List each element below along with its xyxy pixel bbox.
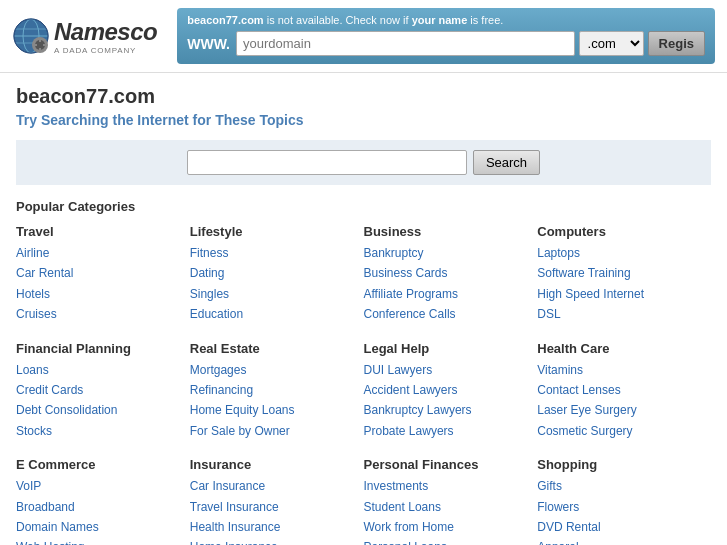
svg-rect-11: [43, 44, 47, 46]
category-link[interactable]: Airline: [16, 243, 182, 263]
category-title-e-commerce[interactable]: E Commerce: [16, 457, 182, 472]
search-strip: Search: [16, 140, 711, 185]
category-link[interactable]: Probate Lawyers: [364, 421, 530, 441]
domain-search-row: WWW. .com .net .org .co.uk Regis: [187, 31, 705, 56]
domain-search-wrapper: beacon77.com is not available. Check now…: [177, 8, 715, 64]
categories-grid: TravelAirlineCar RentalHotelsCruisesFina…: [16, 224, 711, 545]
page-subtitle: Try Searching the Internet for These Top…: [16, 112, 711, 128]
category-link[interactable]: Mortgages: [190, 360, 356, 380]
category-link[interactable]: Dating: [190, 263, 356, 283]
www-label: WWW.: [187, 36, 230, 52]
category-section: TravelAirlineCar RentalHotelsCruises: [16, 224, 182, 325]
availability-message: beacon77.com is not available. Check now…: [187, 14, 705, 26]
category-column-0: TravelAirlineCar RentalHotelsCruisesFina…: [16, 224, 190, 545]
category-link[interactable]: Education: [190, 304, 356, 324]
category-section: LifestyleFitnessDatingSinglesEducation: [190, 224, 356, 325]
category-link[interactable]: Student Loans: [364, 497, 530, 517]
category-link[interactable]: Cruises: [16, 304, 182, 324]
category-link[interactable]: Laser Eye Surgery: [537, 400, 703, 420]
category-link[interactable]: Travel Insurance: [190, 497, 356, 517]
category-link[interactable]: Work from Home: [364, 517, 530, 537]
category-title-travel[interactable]: Travel: [16, 224, 182, 239]
category-link[interactable]: Investments: [364, 476, 530, 496]
category-link[interactable]: Flowers: [537, 497, 703, 517]
category-section: Financial PlanningLoansCredit CardsDebt …: [16, 341, 182, 442]
category-link[interactable]: Health Insurance: [190, 517, 356, 537]
category-title-business[interactable]: Business: [364, 224, 530, 239]
popular-categories-heading: Popular Categories: [16, 199, 711, 214]
category-title-real-estate[interactable]: Real Estate: [190, 341, 356, 356]
domain-input[interactable]: [236, 31, 575, 56]
register-button[interactable]: Regis: [648, 31, 705, 56]
category-link[interactable]: DUI Lawyers: [364, 360, 530, 380]
category-link[interactable]: Laptops: [537, 243, 703, 263]
category-link[interactable]: Web Hosting: [16, 537, 182, 545]
category-link[interactable]: Credit Cards: [16, 380, 182, 400]
category-link[interactable]: Apparel: [537, 537, 703, 545]
site-title: beacon77.com: [16, 85, 711, 108]
domain-name-highlight: beacon77.com: [187, 14, 263, 26]
category-title-legal-help[interactable]: Legal Help: [364, 341, 530, 356]
tld-select[interactable]: .com .net .org .co.uk: [579, 31, 644, 56]
category-link[interactable]: Car Insurance: [190, 476, 356, 496]
svg-rect-9: [39, 48, 41, 52]
category-link[interactable]: Contact Lenses: [537, 380, 703, 400]
category-section: BusinessBankruptcyBusiness CardsAffiliat…: [364, 224, 530, 325]
category-link[interactable]: Software Training: [537, 263, 703, 283]
topic-search-button[interactable]: Search: [473, 150, 540, 175]
category-title-insurance[interactable]: Insurance: [190, 457, 356, 472]
category-link[interactable]: Bankruptcy: [364, 243, 530, 263]
category-column-1: LifestyleFitnessDatingSinglesEducationRe…: [190, 224, 364, 545]
logo-sub: A DADA COMPANY: [54, 46, 157, 55]
category-link[interactable]: Debt Consolidation: [16, 400, 182, 420]
category-title-financial-planning[interactable]: Financial Planning: [16, 341, 182, 356]
category-link[interactable]: Fitness: [190, 243, 356, 263]
category-title-computers[interactable]: Computers: [537, 224, 703, 239]
category-link[interactable]: Home Equity Loans: [190, 400, 356, 420]
category-link[interactable]: High Speed Internet: [537, 284, 703, 304]
category-link[interactable]: Home Insurance: [190, 537, 356, 545]
category-link[interactable]: Loans: [16, 360, 182, 380]
category-column-3: ComputersLaptopsSoftware TrainingHigh Sp…: [537, 224, 711, 545]
category-link[interactable]: Car Rental: [16, 263, 182, 283]
category-link[interactable]: Stocks: [16, 421, 182, 441]
logo-name: Namesco: [54, 18, 157, 46]
svg-rect-8: [39, 38, 41, 42]
category-title-lifestyle[interactable]: Lifestyle: [190, 224, 356, 239]
category-link[interactable]: Business Cards: [364, 263, 530, 283]
category-link[interactable]: VoIP: [16, 476, 182, 496]
category-section: Legal HelpDUI LawyersAccident LawyersBan…: [364, 341, 530, 442]
header: Namesco A DADA COMPANY beacon77.com is n…: [0, 0, 727, 73]
category-link[interactable]: Domain Names: [16, 517, 182, 537]
topic-search-input[interactable]: [187, 150, 467, 175]
category-link[interactable]: Affiliate Programs: [364, 284, 530, 304]
category-link[interactable]: For Sale by Owner: [190, 421, 356, 441]
category-section: Real EstateMortgagesRefinancingHome Equi…: [190, 341, 356, 442]
category-section: ShoppingGiftsFlowersDVD RentalApparel: [537, 457, 703, 545]
category-link[interactable]: DSL: [537, 304, 703, 324]
category-section: Personal FinancesInvestmentsStudent Loan…: [364, 457, 530, 545]
category-link[interactable]: Refinancing: [190, 380, 356, 400]
category-section: ComputersLaptopsSoftware TrainingHigh Sp…: [537, 224, 703, 325]
category-link[interactable]: Singles: [190, 284, 356, 304]
category-link[interactable]: DVD Rental: [537, 517, 703, 537]
category-section: E CommerceVoIPBroadbandDomain NamesWeb H…: [16, 457, 182, 545]
category-section: InsuranceCar InsuranceTravel InsuranceHe…: [190, 457, 356, 545]
category-link[interactable]: Broadband: [16, 497, 182, 517]
category-title-health-care[interactable]: Health Care: [537, 341, 703, 356]
category-link[interactable]: Conference Calls: [364, 304, 530, 324]
category-link[interactable]: Vitamins: [537, 360, 703, 380]
category-link[interactable]: Accident Lawyers: [364, 380, 530, 400]
category-link[interactable]: Personal Loans: [364, 537, 530, 545]
page-content: beacon77.com Try Searching the Internet …: [0, 73, 727, 545]
logo-area: Namesco A DADA COMPANY: [12, 17, 157, 55]
category-link[interactable]: Hotels: [16, 284, 182, 304]
category-column-2: BusinessBankruptcyBusiness CardsAffiliat…: [364, 224, 538, 545]
category-title-personal-finances[interactable]: Personal Finances: [364, 457, 530, 472]
category-link[interactable]: Gifts: [537, 476, 703, 496]
category-title-shopping[interactable]: Shopping: [537, 457, 703, 472]
category-section: Health CareVitaminsContact LensesLaser E…: [537, 341, 703, 442]
category-link[interactable]: Bankruptcy Lawyers: [364, 400, 530, 420]
category-link[interactable]: Cosmetic Surgery: [537, 421, 703, 441]
globe-icon: [12, 17, 50, 55]
